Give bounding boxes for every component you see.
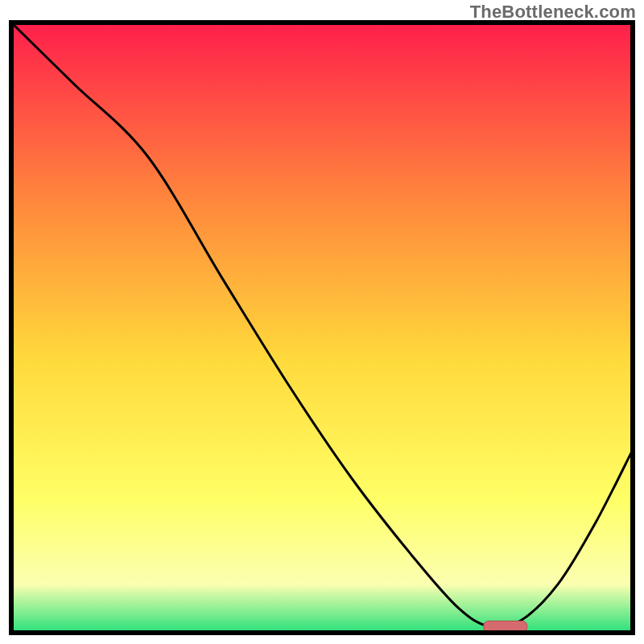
plot-background: [11, 23, 633, 633]
bottleneck-chart: [0, 0, 644, 644]
watermark-text: TheBottleneck.com: [470, 2, 636, 23]
chart-container: { "watermark": "TheBottleneck.com", "col…: [0, 0, 644, 644]
